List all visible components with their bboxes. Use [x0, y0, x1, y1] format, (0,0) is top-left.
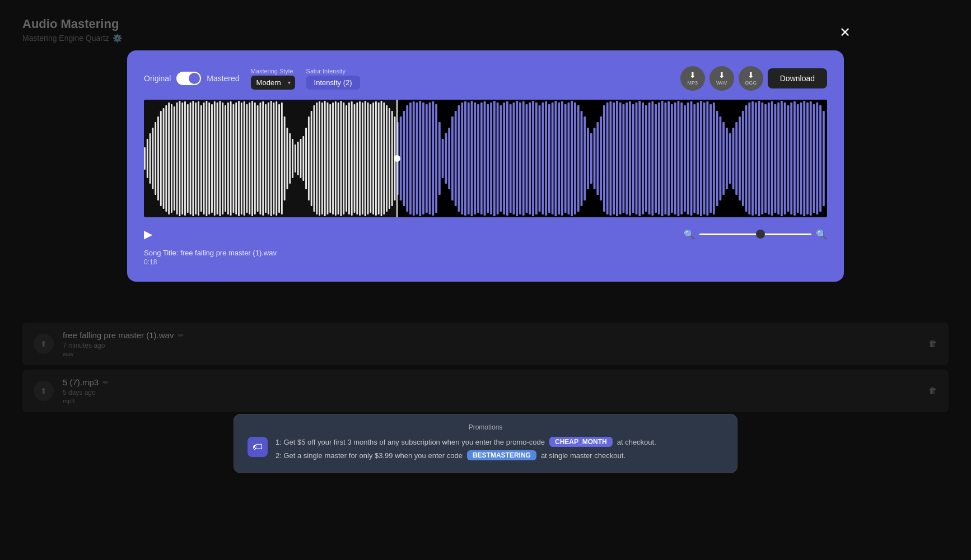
- svg-rect-34: [232, 104, 234, 213]
- svg-rect-208: [758, 101, 760, 216]
- svg-rect-43: [257, 105, 259, 212]
- svg-rect-99: [407, 105, 409, 212]
- original-label: Original: [144, 74, 171, 83]
- wav-label: WAV: [716, 80, 727, 86]
- svg-rect-134: [519, 102, 521, 214]
- svg-rect-17: [187, 104, 189, 213]
- waveform-divider[interactable]: 2: [396, 100, 398, 217]
- svg-rect-220: [797, 104, 799, 213]
- play-button[interactable]: ▶: [144, 227, 152, 241]
- close-button[interactable]: ✕: [835, 22, 855, 43]
- svg-rect-2: [147, 139, 148, 178]
- promo-icon: 🏷: [248, 437, 268, 457]
- zoom-slider[interactable]: [699, 234, 811, 235]
- svg-rect-3: [150, 133, 151, 184]
- svg-rect-86: [372, 102, 374, 214]
- intensity-group: Satur Intensity Intensity (2): [306, 68, 360, 90]
- song-duration: 0:18: [144, 258, 827, 266]
- svg-rect-202: [739, 116, 741, 200]
- svg-rect-166: [623, 104, 625, 213]
- svg-rect-118: [468, 102, 470, 214]
- svg-rect-163: [613, 102, 615, 214]
- svg-rect-46: [265, 104, 267, 213]
- svg-rect-197: [723, 122, 725, 195]
- svg-rect-103: [419, 101, 422, 216]
- svg-rect-216: [784, 102, 786, 214]
- svg-rect-129: [503, 102, 506, 214]
- svg-rect-131: [510, 104, 512, 213]
- toggle-switch[interactable]: [176, 72, 201, 85]
- svg-rect-204: [745, 105, 748, 212]
- svg-rect-122: [480, 102, 483, 214]
- svg-rect-85: [370, 104, 371, 213]
- svg-rect-68: [324, 101, 326, 216]
- svg-rect-147: [561, 101, 563, 216]
- waveform-mastered: [396, 100, 827, 217]
- promotions-content: 🏷 1: Get $5 off your first 3 months of a…: [248, 437, 723, 464]
- svg-rect-38: [244, 101, 245, 216]
- svg-rect-113: [451, 116, 454, 200]
- svg-rect-222: [804, 101, 806, 216]
- svg-rect-70: [329, 104, 331, 213]
- svg-rect-139: [535, 102, 538, 214]
- svg-rect-54: [287, 128, 288, 189]
- svg-rect-203: [742, 111, 744, 206]
- svg-rect-170: [636, 102, 638, 214]
- svg-rect-173: [645, 105, 647, 212]
- svg-rect-121: [478, 104, 480, 213]
- svg-rect-76: [346, 105, 347, 212]
- wav-download-button[interactable]: ⬇ WAV: [709, 66, 734, 91]
- svg-rect-13: [176, 102, 178, 214]
- svg-rect-117: [464, 101, 466, 216]
- ogg-download-button[interactable]: ⬇ OGG: [739, 66, 763, 91]
- promo-line2-prefix: 2: Get a single master for only $3.99 wh…: [276, 451, 463, 460]
- svg-rect-194: [713, 102, 715, 214]
- svg-rect-212: [771, 101, 773, 216]
- svg-rect-219: [793, 101, 796, 216]
- svg-rect-191: [703, 102, 706, 214]
- svg-rect-67: [321, 102, 323, 214]
- svg-rect-213: [774, 104, 777, 213]
- svg-rect-126: [493, 101, 496, 216]
- intensity-label: Satur Intensity: [306, 68, 360, 74]
- svg-rect-210: [765, 104, 767, 213]
- svg-rect-136: [526, 104, 528, 213]
- svg-rect-224: [810, 101, 812, 216]
- svg-rect-115: [458, 105, 460, 212]
- svg-rect-4: [152, 128, 153, 189]
- svg-rect-90: [383, 102, 385, 214]
- svg-rect-125: [491, 102, 493, 214]
- promotions-title: Promotions: [248, 423, 723, 431]
- ogg-label: OGG: [745, 80, 757, 86]
- svg-rect-69: [327, 102, 329, 214]
- waveform-original: [144, 100, 396, 217]
- svg-rect-130: [506, 101, 508, 216]
- svg-rect-184: [681, 102, 683, 214]
- mp3-download-button[interactable]: ⬇ MP3: [680, 66, 705, 91]
- svg-rect-201: [736, 122, 738, 195]
- svg-rect-16: [184, 101, 186, 216]
- waveform-container[interactable]: 2: [144, 100, 827, 217]
- svg-rect-123: [484, 101, 486, 216]
- svg-rect-63: [311, 111, 312, 206]
- svg-rect-164: [616, 101, 618, 216]
- svg-rect-211: [768, 102, 770, 214]
- mastering-style-select[interactable]: Modern Classic Warm Bright: [251, 76, 295, 90]
- svg-rect-190: [700, 101, 702, 216]
- svg-rect-172: [642, 102, 644, 214]
- svg-rect-112: [449, 128, 451, 189]
- svg-rect-185: [684, 105, 686, 212]
- svg-rect-59: [300, 139, 302, 178]
- svg-rect-31: [225, 105, 226, 212]
- waveform-original-svg: [144, 100, 396, 217]
- svg-rect-140: [539, 105, 541, 212]
- intensity-button[interactable]: Intensity (2): [306, 76, 360, 90]
- promo-line-2: 2: Get a single master for only $3.99 wh…: [276, 450, 723, 460]
- download-button[interactable]: Download: [768, 68, 827, 88]
- promo-line1-prefix: 1: Get $5 off your first 3 months of any…: [276, 438, 545, 446]
- svg-rect-102: [416, 102, 418, 214]
- modal-overlay: ✕ Original Mastered Mastering Style Mode…: [0, 0, 971, 560]
- svg-rect-109: [438, 122, 441, 195]
- svg-rect-175: [652, 101, 654, 216]
- svg-rect-157: [594, 128, 596, 189]
